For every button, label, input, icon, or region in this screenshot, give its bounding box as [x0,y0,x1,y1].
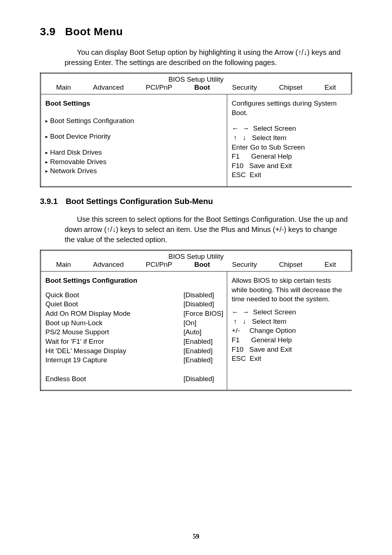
bios-tab-exit[interactable]: Exit [322,83,338,91]
bios-tab-security[interactable]: Security [230,261,259,269]
section-heading: 3.9Boot Menu [40,25,352,38]
section-title: Boot Menu [65,25,123,37]
bios-table-boot-menu: BIOS Setup Utility MainAdvancedPCI/PnPBo… [40,73,352,187]
menu-item[interactable]: Network Drives [45,166,223,176]
boot-settings-heading: Boot Settings [45,99,223,108]
setting-label: PS/2 Mouse Support [45,327,162,337]
setting-value[interactable]: [Enabled] [183,346,223,356]
bios-title: BIOS Setup Utility [41,251,351,261]
setting-label: Interrupt 19 Capture [45,355,162,365]
settings-grid: Quick Boot[Disabled]Quiet Boot[Disabled]… [45,290,223,383]
bios-table-boot-settings-config: BIOS Setup Utility MainAdvancedPCI/PnPBo… [40,250,352,391]
setting-value[interactable]: [Disabled] [183,299,223,309]
menu-item[interactable]: Removable Drives [45,157,223,167]
bios-tab-main[interactable]: Main [54,261,73,269]
boot-settings-config-heading: Boot Settings Configuration [45,276,223,285]
bios-tab-advanced[interactable]: Advanced [91,261,126,269]
bios-tab-boot[interactable]: Boot [192,83,212,91]
setting-value[interactable]: [On] [183,318,223,328]
section-number: 3.9 [40,25,56,37]
bios-tab-exit[interactable]: Exit [322,261,338,269]
bios-tab-boot[interactable]: Boot [192,261,212,269]
subsection-heading: 3.9.1Boot Settings Configuration Sub-Men… [40,197,352,206]
setting-value[interactable]: [Auto] [183,327,223,337]
section-intro: You can display Boot Setup option by hig… [40,47,352,68]
setting-label: Add On ROM Display Mode [45,309,162,318]
key-hints: ← → Select Screen ↑ ↓ Select Item +/- Ch… [232,307,348,363]
setting-label: Hit 'DEL' Message Display [45,346,162,356]
help-text: Configures settings during System Boot. [232,99,348,117]
subsection-number: 3.9.1 [40,197,58,206]
bios-tab-security[interactable]: Security [230,83,259,91]
page-number: 59 [0,533,392,540]
setting-value[interactable]: [Enabled] [183,337,223,346]
subsection-intro: Use this screen to select options for th… [40,214,352,245]
setting-label: Quick Boot [45,290,162,300]
bios-tabs: MainAdvancedPCI/PnPBootSecurityChipsetEx… [45,83,347,91]
setting-value[interactable]: [Enabled] [183,355,223,365]
bios-title: BIOS Setup Utility [41,74,351,83]
bios-tab-main[interactable]: Main [54,83,73,91]
key-hints: ← → Select Screen ↑ ↓ Select Item Enter … [232,124,348,180]
bios-tab-advanced[interactable]: Advanced [91,83,126,91]
bios-tab-chipset[interactable]: Chipset [277,83,305,91]
setting-value[interactable] [183,365,223,374]
menu-item[interactable]: Boot Settings Configuration [45,116,223,126]
setting-value[interactable]: [Force BIOS] [183,309,223,318]
setting-label: Quiet Boot [45,299,162,309]
bios-tab-chipset[interactable]: Chipset [277,261,305,269]
bios-tabs: MainAdvancedPCI/PnPBootSecurityChipsetEx… [45,261,347,269]
subsection-title: Boot Settings Configuration Sub-Menu [66,197,213,206]
menu-item[interactable]: Boot Device Priority [45,132,223,141]
setting-label: Boot up Num-Lock [45,318,162,328]
bios-tab-pci-pnp[interactable]: PCI/PnP [144,83,175,91]
setting-value[interactable]: [Disabled] [183,374,223,384]
menu-item[interactable]: Hard Disk Drives [45,148,223,157]
setting-label [45,365,162,374]
setting-label: Wait for 'F1' if Error [45,337,162,346]
setting-value[interactable]: [Disabled] [183,290,223,300]
help-text: Allows BIOS to skip certain tests while … [232,276,348,304]
setting-label: Endless Boot [45,374,162,384]
bios-tab-pci-pnp[interactable]: PCI/PnP [144,261,175,269]
